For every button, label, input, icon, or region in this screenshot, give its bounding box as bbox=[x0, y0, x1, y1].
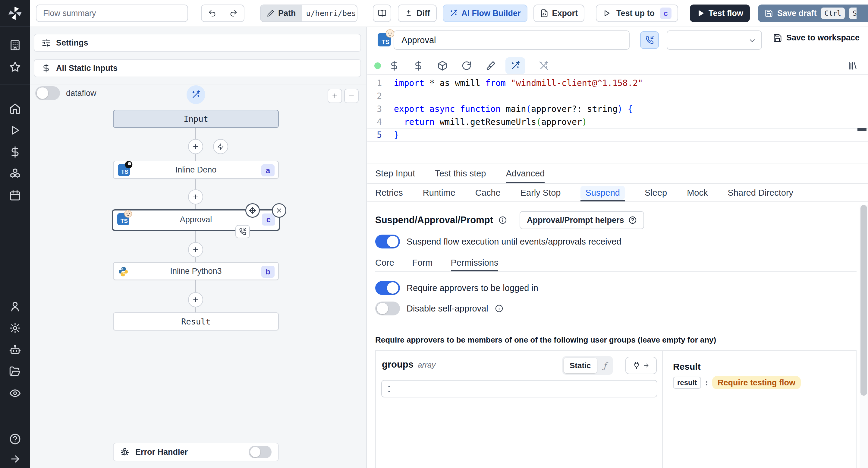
sidebar-item-favorites[interactable] bbox=[0, 56, 30, 78]
sidebar-item-resources[interactable] bbox=[0, 163, 30, 184]
typescript-icon: TS bbox=[117, 213, 129, 225]
sidebar-item-home[interactable] bbox=[0, 98, 30, 119]
tab-retries[interactable]: Retries bbox=[375, 184, 403, 201]
error-handler-card[interactable]: Error Handler bbox=[113, 443, 279, 461]
save-draft-button[interactable]: Save draft Ctrl S bbox=[758, 4, 867, 22]
sidebar-item-workers[interactable] bbox=[0, 339, 30, 361]
redo-button[interactable] bbox=[223, 5, 244, 21]
sidebar-item-settings[interactable] bbox=[0, 317, 30, 339]
sidebar-item-schedules[interactable] bbox=[0, 184, 30, 206]
flow-settings-card[interactable]: Settings bbox=[34, 34, 361, 52]
sidebar-item-audit-logs[interactable] bbox=[0, 382, 30, 404]
code-editor[interactable]: 12345 import * as wmill from "windmill-c… bbox=[367, 76, 868, 164]
suspend-subtabs: Core Form Permissions bbox=[375, 254, 857, 272]
tab-cache[interactable]: Cache bbox=[475, 184, 501, 201]
stepper-icon[interactable] bbox=[386, 383, 392, 395]
path-label-segment: Path bbox=[261, 5, 302, 21]
resources-icon[interactable] bbox=[413, 61, 424, 71]
export-button[interactable]: Export bbox=[533, 4, 585, 22]
sidebar-item-workspace[interactable] bbox=[0, 34, 30, 56]
tab-test-this-step[interactable]: Test this step bbox=[435, 164, 486, 183]
graph-node-input[interactable]: Input bbox=[113, 110, 279, 128]
static-mode-button[interactable]: Static bbox=[564, 358, 597, 373]
tab-permissions[interactable]: Permissions bbox=[451, 254, 498, 271]
connect-input-button[interactable] bbox=[625, 357, 657, 374]
format-brush-icon[interactable] bbox=[486, 61, 496, 71]
result-node-label: Result bbox=[181, 317, 211, 326]
ai-assistant-button[interactable] bbox=[505, 57, 525, 74]
error-handler-toggle[interactable] bbox=[249, 446, 272, 458]
package-icon[interactable] bbox=[437, 61, 447, 71]
approval-prompt-helpers-button[interactable]: Approval/Prompt helpers bbox=[520, 211, 644, 229]
diff-button[interactable]: Diff bbox=[398, 4, 437, 22]
add-step-button[interactable] bbox=[188, 189, 203, 204]
graph-node-result[interactable]: Result bbox=[113, 313, 279, 330]
graph-node-inline-python3[interactable]: Inline Python3 b bbox=[113, 262, 279, 280]
info-icon[interactable] bbox=[498, 216, 507, 224]
disable-self-approval-toggle[interactable] bbox=[375, 301, 400, 315]
tab-shared-directory[interactable]: Shared Directory bbox=[727, 184, 793, 201]
tab-step-input[interactable]: Step Input bbox=[375, 164, 415, 183]
path-group[interactable]: Path u/henri/bes bbox=[260, 4, 358, 22]
undo-button[interactable] bbox=[202, 5, 223, 21]
sidebar-item-variables[interactable] bbox=[0, 141, 30, 163]
save-to-workspace-label: Save to workspace bbox=[786, 33, 860, 42]
require-login-toggle[interactable] bbox=[375, 281, 400, 295]
function-mode-button[interactable]: ƒ bbox=[598, 358, 612, 373]
tab-early-stop[interactable]: Early Stop bbox=[521, 184, 561, 201]
ai-graph-wand-button[interactable] bbox=[187, 85, 205, 104]
tab-advanced[interactable]: Advanced bbox=[506, 164, 545, 183]
test-up-to-button[interactable]: Test up to c bbox=[596, 4, 678, 22]
sidebar-expand-button[interactable] bbox=[0, 450, 30, 468]
editor-scrollbar-mark[interactable] bbox=[858, 128, 867, 131]
sidebar-item-users[interactable] bbox=[0, 295, 30, 317]
ai-flow-builder-button[interactable]: AI Flow Builder bbox=[443, 4, 527, 22]
all-static-inputs-card[interactable]: All Static Inputs bbox=[34, 59, 361, 77]
deploy-button-partial[interactable] bbox=[857, 4, 868, 22]
zoom-in-button[interactable] bbox=[328, 89, 342, 103]
graph-node-inline-deno[interactable]: TS Inline Deno a bbox=[113, 161, 279, 179]
sidebar-item-help[interactable] bbox=[0, 428, 30, 450]
add-step-button[interactable] bbox=[188, 292, 203, 307]
dataflow-toggle[interactable] bbox=[35, 86, 60, 100]
path-label: Path bbox=[278, 9, 296, 18]
step-name-input[interactable] bbox=[394, 30, 629, 50]
move-icon bbox=[249, 207, 256, 214]
tab-suspend[interactable]: Suspend bbox=[581, 184, 625, 201]
reload-icon[interactable] bbox=[461, 61, 472, 71]
panel-scrollbar[interactable] bbox=[860, 205, 868, 468]
sidebar-divider bbox=[0, 84, 30, 84]
variables-icon[interactable] bbox=[389, 61, 399, 71]
tab-core[interactable]: Core bbox=[375, 254, 394, 271]
tab-sleep[interactable]: Sleep bbox=[645, 184, 667, 201]
groups-array-input[interactable] bbox=[381, 380, 657, 398]
sidebar-item-runs[interactable] bbox=[0, 119, 30, 141]
add-step-button[interactable] bbox=[188, 139, 203, 154]
flow-summary-input[interactable] bbox=[36, 4, 188, 22]
tab-mock[interactable]: Mock bbox=[687, 184, 708, 201]
zoom-out-button[interactable] bbox=[344, 89, 359, 103]
save-icon bbox=[773, 33, 782, 42]
windmill-logo[interactable] bbox=[0, 0, 30, 27]
chevron-down-icon bbox=[748, 36, 756, 45]
step-badge-b: b bbox=[261, 266, 275, 278]
suspend-indicator-button[interactable] bbox=[640, 31, 659, 49]
wand-off-icon[interactable] bbox=[538, 61, 549, 71]
tab-form[interactable]: Form bbox=[412, 254, 433, 271]
play-icon bbox=[602, 9, 611, 18]
docs-button[interactable] bbox=[373, 4, 391, 22]
wand-icon bbox=[450, 9, 458, 18]
test-flow-button[interactable]: Test flow bbox=[690, 4, 750, 22]
move-step-button[interactable] bbox=[245, 203, 260, 218]
library-icon[interactable] bbox=[847, 61, 858, 71]
info-icon[interactable] bbox=[495, 304, 503, 313]
save-to-workspace-button[interactable]: Save to workspace bbox=[773, 33, 860, 42]
delete-step-button[interactable] bbox=[272, 203, 286, 218]
scrollbar-thumb[interactable] bbox=[861, 205, 867, 396]
add-trigger-button[interactable] bbox=[213, 139, 228, 154]
worker-tag-select[interactable] bbox=[667, 30, 762, 50]
add-step-button[interactable] bbox=[188, 242, 203, 257]
tab-runtime[interactable]: Runtime bbox=[423, 184, 456, 201]
suspend-flow-toggle[interactable] bbox=[375, 235, 400, 248]
sidebar-item-folders[interactable] bbox=[0, 361, 30, 382]
